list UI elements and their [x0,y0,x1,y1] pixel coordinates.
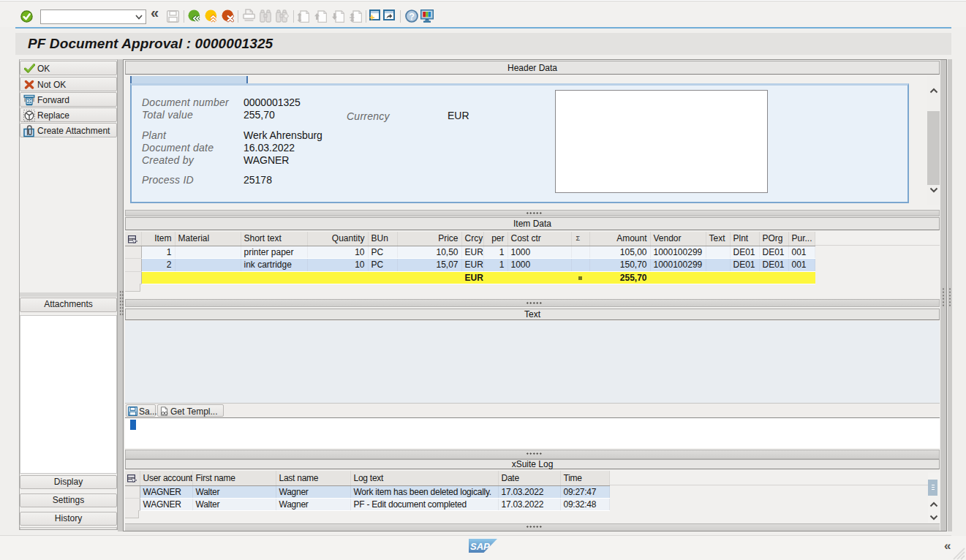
svg-text:?: ? [409,12,415,22]
svg-text:SAP: SAP [470,541,490,552]
